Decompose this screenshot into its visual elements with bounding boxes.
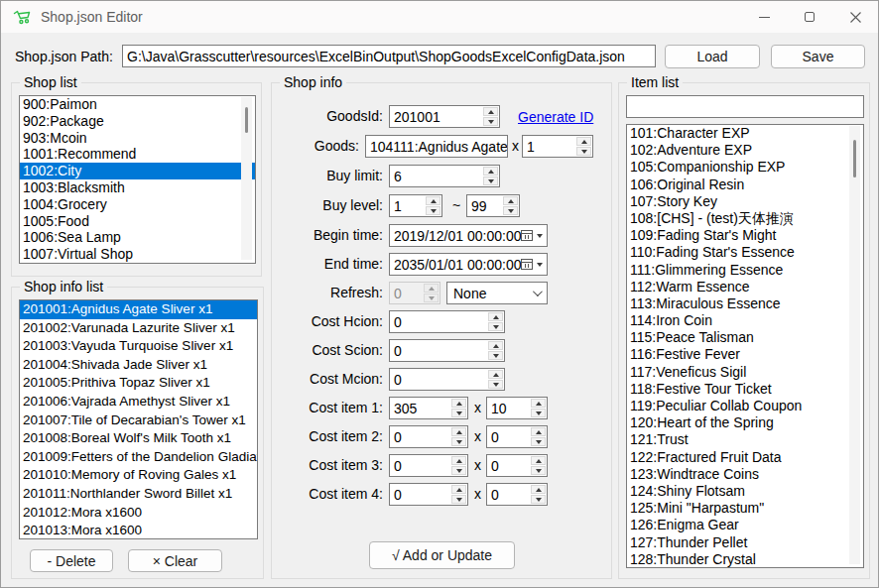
minimize-button[interactable] bbox=[741, 1, 787, 33]
dropdown-arrow-icon[interactable] bbox=[537, 263, 543, 267]
list-item[interactable]: 900:Paimon bbox=[20, 96, 255, 113]
shop-list[interactable]: 900:Paimon902:Package903:Mcoin1001:Recom… bbox=[19, 95, 256, 264]
list-item[interactable]: 127:Thunder Pellet bbox=[627, 534, 863, 551]
spin-up-icon[interactable] bbox=[531, 485, 546, 494]
list-item[interactable]: 201009:Fetters of the Dandelion Gladiato bbox=[20, 448, 257, 467]
list-item[interactable]: 1004:Grocery bbox=[20, 196, 255, 213]
list-item[interactable]: 115:Peace Talisman bbox=[627, 329, 863, 346]
list-item[interactable]: 903:Mcoin bbox=[20, 130, 255, 147]
spin-down-icon[interactable] bbox=[488, 351, 503, 360]
refresh-mode-combobox[interactable]: None bbox=[446, 282, 548, 304]
list-item[interactable]: 116:Festive Fever bbox=[627, 346, 863, 363]
maximize-button[interactable] bbox=[787, 1, 832, 33]
spin-down-icon[interactable] bbox=[451, 495, 466, 504]
list-item[interactable]: 201010:Memory of Roving Gales x1 bbox=[20, 466, 257, 485]
list-item[interactable]: 108:[CHS] - (test)天体推演 bbox=[627, 210, 863, 227]
spin-up-icon[interactable] bbox=[483, 107, 498, 116]
spin-down-icon[interactable] bbox=[488, 322, 503, 331]
list-item[interactable]: 902:Package bbox=[20, 113, 255, 130]
spin-down-icon[interactable] bbox=[531, 409, 546, 417]
list-item[interactable]: 107:Story Key bbox=[627, 193, 863, 210]
list-item[interactable]: 114:Iron Coin bbox=[627, 312, 863, 329]
spin-up-icon[interactable] bbox=[488, 312, 503, 321]
spin-up-icon[interactable] bbox=[451, 456, 466, 465]
spin-down-icon[interactable] bbox=[531, 495, 546, 504]
spin-up-icon[interactable] bbox=[503, 196, 518, 205]
goods-count-spinner[interactable]: 1 bbox=[522, 135, 593, 158]
begin-time-picker[interactable]: 2019/12/01 00:00:00 bbox=[389, 224, 548, 247]
clear-button[interactable]: × Clear bbox=[128, 549, 222, 572]
list-item[interactable]: 112:Warm Essence bbox=[627, 279, 863, 295]
cost-mcion-spinner[interactable]: 0 bbox=[389, 368, 505, 391]
cost-hcion-spinner[interactable]: 0 bbox=[389, 310, 505, 333]
list-item[interactable]: 123:Windtrace Coins bbox=[627, 466, 863, 483]
cost-item-4-count-spinner[interactable]: 0 bbox=[486, 483, 548, 506]
list-item[interactable]: 201005:Prithiva Topaz Sliver x1 bbox=[20, 374, 257, 393]
spin-up-icon[interactable] bbox=[483, 167, 498, 176]
list-item[interactable]: 119:Peculiar Collab Coupon bbox=[627, 398, 863, 414]
shop-info-list[interactable]: 201001:Agnidus Agate Sliver x1201002:Var… bbox=[19, 299, 258, 539]
spin-down-icon[interactable] bbox=[531, 466, 546, 475]
goods-id-spinner[interactable]: 201001 bbox=[389, 105, 500, 128]
path-input[interactable]: G:\Java\Grasscutter\resources\ExcelBinOu… bbox=[122, 45, 656, 67]
spin-up-icon[interactable] bbox=[426, 196, 440, 205]
spin-down-icon[interactable] bbox=[451, 409, 466, 417]
item-list-scrollbar[interactable] bbox=[849, 126, 860, 564]
list-item[interactable]: 106:Original Resin bbox=[627, 176, 863, 193]
cost-item-2-count-spinner[interactable]: 0 bbox=[486, 425, 548, 448]
list-item[interactable]: 1007:Virtual Shop bbox=[20, 246, 255, 263]
buy-level-min-spinner[interactable]: 1 bbox=[389, 194, 442, 217]
spin-down-icon[interactable] bbox=[451, 437, 466, 446]
list-item[interactable]: 113:Miraculous Essence bbox=[627, 295, 863, 312]
spin-down-icon[interactable] bbox=[451, 466, 466, 475]
delete-button[interactable]: - Delete bbox=[30, 549, 113, 572]
list-item[interactable]: 201007:Tile of Decarabian's Tower x1 bbox=[20, 412, 257, 430]
list-item[interactable]: 126:Enigma Gear bbox=[627, 517, 863, 533]
cost-item-1-id-spinner[interactable]: 305 bbox=[389, 397, 468, 419]
spin-down-icon[interactable] bbox=[483, 176, 498, 185]
cost-item-1-count-spinner[interactable]: 10 bbox=[486, 397, 548, 419]
list-item[interactable]: 101:Character EXP bbox=[627, 125, 863, 142]
list-item[interactable]: 201004:Shivada Jade Sliver x1 bbox=[20, 356, 257, 375]
spin-up-icon[interactable] bbox=[576, 137, 591, 146]
list-item[interactable]: 110:Fading Star's Essence bbox=[627, 244, 863, 261]
scrollbar-thumb[interactable] bbox=[853, 140, 856, 177]
list-item[interactable]: 1003:Blacksmith bbox=[20, 179, 255, 196]
list-item[interactable]: 102:Adventure EXP bbox=[627, 142, 863, 159]
list-item[interactable]: 201003:Vayuda Turquoise Sliver x1 bbox=[20, 337, 257, 356]
spin-down-icon[interactable] bbox=[531, 437, 546, 446]
buy-level-max-spinner[interactable]: 99 bbox=[466, 194, 520, 217]
close-button[interactable] bbox=[832, 1, 878, 33]
item-search-input[interactable] bbox=[626, 95, 864, 118]
list-item[interactable]: 128:Thunder Crystal bbox=[627, 551, 863, 568]
list-item[interactable]: 109:Fading Star's Might bbox=[627, 227, 863, 244]
add-or-update-button[interactable]: √ Add or Update bbox=[369, 541, 515, 569]
spin-up-icon[interactable] bbox=[531, 427, 546, 436]
cost-item-3-id-spinner[interactable]: 0 bbox=[389, 454, 468, 477]
scrollbar-thumb[interactable] bbox=[245, 107, 248, 133]
spin-down-icon[interactable] bbox=[576, 147, 591, 156]
end-time-picker[interactable]: 2035/01/01 00:00:00 bbox=[389, 253, 548, 276]
goods-input[interactable]: 104111:Agnidus Agate S bbox=[365, 135, 508, 158]
spin-up-icon[interactable] bbox=[531, 399, 546, 408]
list-item[interactable]: 117:Veneficus Sigil bbox=[627, 364, 863, 381]
spin-up-icon[interactable] bbox=[488, 370, 503, 379]
spin-up-icon[interactable] bbox=[451, 427, 466, 436]
list-item[interactable]: 201011:Northlander Sword Billet x1 bbox=[20, 485, 257, 504]
list-item[interactable]: 1001:Recommend bbox=[20, 146, 255, 163]
spin-down-icon[interactable] bbox=[483, 117, 498, 126]
list-item[interactable]: 118:Festive Tour Ticket bbox=[627, 381, 863, 398]
save-button[interactable]: Save bbox=[771, 45, 865, 68]
list-item[interactable]: 1005:Food bbox=[20, 213, 255, 230]
list-item[interactable]: 1006:Sea Lamp bbox=[20, 229, 255, 246]
list-item[interactable]: 201001:Agnidus Agate Sliver x1 bbox=[20, 300, 257, 319]
spin-up-icon[interactable] bbox=[451, 399, 466, 408]
cost-item-4-id-spinner[interactable]: 0 bbox=[389, 483, 468, 506]
cost-item-3-count-spinner[interactable]: 0 bbox=[486, 454, 548, 477]
list-item[interactable]: 105:Companionship EXP bbox=[627, 159, 863, 176]
generate-id-link[interactable]: Generate ID bbox=[518, 109, 593, 125]
list-item[interactable]: 121:Trust bbox=[627, 431, 863, 448]
spin-up-icon[interactable] bbox=[531, 456, 546, 465]
load-button[interactable]: Load bbox=[665, 45, 760, 68]
shop-list-scrollbar[interactable] bbox=[241, 97, 252, 260]
